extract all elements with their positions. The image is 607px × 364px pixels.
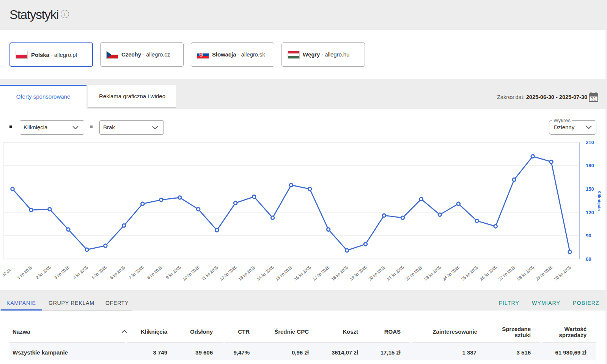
svg-text:8 lip 2025: 8 lip 2025 bbox=[146, 265, 163, 280]
svg-text:15 lip 2025: 15 lip 2025 bbox=[275, 265, 293, 281]
svg-text:18 lip 2025: 18 lip 2025 bbox=[330, 265, 349, 281]
svg-text:6 lip 2025: 6 lip 2025 bbox=[109, 265, 126, 280]
svg-text:16 lip 2025: 16 lip 2025 bbox=[293, 265, 312, 281]
svg-text:2 lip 2025: 2 lip 2025 bbox=[35, 265, 52, 280]
svg-text:30 lip 2025: 30 lip 2025 bbox=[553, 265, 572, 281]
svg-text:28 lip 2025: 28 lip 2025 bbox=[516, 265, 535, 281]
svg-text:4 lip 2025: 4 lip 2025 bbox=[72, 265, 89, 280]
svg-text:26 lip 2025: 26 lip 2025 bbox=[479, 265, 498, 281]
svg-text:60: 60 bbox=[586, 256, 591, 262]
svg-text:180: 180 bbox=[586, 163, 594, 168]
svg-text:23 lip 2025: 23 lip 2025 bbox=[423, 265, 442, 281]
svg-text:24 lip 2025: 24 lip 2025 bbox=[442, 265, 461, 281]
svg-text:22 lip 2025: 22 lip 2025 bbox=[405, 265, 423, 281]
svg-text:12 lip 2025: 12 lip 2025 bbox=[219, 265, 237, 281]
svg-text:20 lip 2025: 20 lip 2025 bbox=[368, 265, 386, 281]
svg-text:14 lip 2025: 14 lip 2025 bbox=[256, 265, 275, 281]
svg-text:1 lip 2025: 1 lip 2025 bbox=[16, 265, 33, 280]
svg-text:9 lip 2025: 9 lip 2025 bbox=[165, 265, 182, 280]
svg-text:5 lip 2025: 5 lip 2025 bbox=[91, 265, 107, 280]
svg-text:17 lip 2025: 17 lip 2025 bbox=[312, 265, 330, 281]
svg-text:11 lip 2025: 11 lip 2025 bbox=[201, 265, 219, 281]
svg-text:30 cz…: 30 cz… bbox=[1, 265, 14, 277]
svg-text:120: 120 bbox=[586, 210, 594, 215]
svg-text:150: 150 bbox=[586, 186, 594, 192]
svg-text:21 lip 2025: 21 lip 2025 bbox=[386, 265, 405, 281]
svg-text:29 lip 2025: 29 lip 2025 bbox=[535, 265, 553, 281]
svg-text:19 lip 2025: 19 lip 2025 bbox=[349, 265, 368, 281]
svg-text:Kliknięcia: Kliknięcia bbox=[597, 190, 602, 211]
svg-text:10 lip 2025: 10 lip 2025 bbox=[182, 265, 200, 281]
svg-text:90: 90 bbox=[586, 233, 591, 238]
svg-text:27 lip 2025: 27 lip 2025 bbox=[498, 265, 516, 281]
svg-text:3 lip 2025: 3 lip 2025 bbox=[53, 265, 70, 280]
svg-text:25 lip 2025: 25 lip 2025 bbox=[461, 265, 479, 281]
svg-text:7 lip 2025: 7 lip 2025 bbox=[128, 265, 145, 280]
svg-text:210: 210 bbox=[586, 140, 594, 145]
svg-text:31: 31 bbox=[591, 96, 596, 102]
svg-text:13 lip 2025: 13 lip 2025 bbox=[237, 265, 256, 281]
